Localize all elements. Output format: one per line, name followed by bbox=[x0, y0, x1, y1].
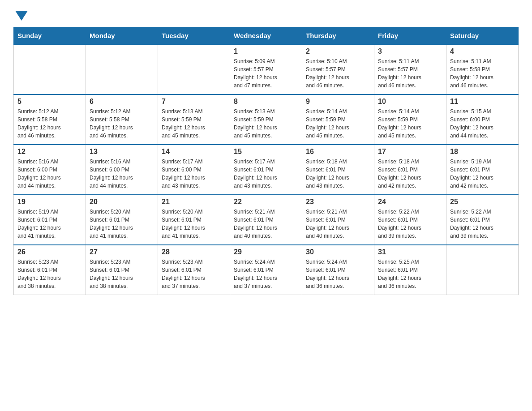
calendar-cell: 8Sunrise: 5:13 AM Sunset: 5:59 PM Daylig… bbox=[230, 94, 302, 145]
day-number: 29 bbox=[234, 248, 298, 256]
day-info: Sunrise: 5:20 AM Sunset: 6:01 PM Dayligh… bbox=[90, 208, 154, 240]
day-number: 15 bbox=[234, 148, 298, 156]
day-number: 25 bbox=[450, 198, 515, 206]
calendar-cell: 1Sunrise: 5:09 AM Sunset: 5:57 PM Daylig… bbox=[230, 44, 302, 94]
day-number: 18 bbox=[450, 148, 515, 156]
header-row: SundayMondayTuesdayWednesdayThursdayFrid… bbox=[14, 27, 519, 45]
calendar-cell bbox=[86, 44, 158, 94]
day-info: Sunrise: 5:09 AM Sunset: 5:57 PM Dayligh… bbox=[234, 57, 298, 90]
calendar-cell: 21Sunrise: 5:20 AM Sunset: 6:01 PM Dayli… bbox=[158, 195, 230, 245]
day-info: Sunrise: 5:16 AM Sunset: 6:00 PM Dayligh… bbox=[90, 158, 154, 190]
calendar-cell: 12Sunrise: 5:16 AM Sunset: 6:00 PM Dayli… bbox=[14, 145, 86, 195]
calendar-cell: 28Sunrise: 5:23 AM Sunset: 6:01 PM Dayli… bbox=[158, 245, 230, 295]
day-number: 19 bbox=[17, 198, 82, 206]
calendar-cell: 16Sunrise: 5:18 AM Sunset: 6:01 PM Dayli… bbox=[302, 145, 374, 195]
day-info: Sunrise: 5:17 AM Sunset: 6:00 PM Dayligh… bbox=[162, 158, 226, 190]
calendar-cell: 9Sunrise: 5:14 AM Sunset: 5:59 PM Daylig… bbox=[302, 94, 374, 145]
day-info: Sunrise: 5:19 AM Sunset: 6:01 PM Dayligh… bbox=[17, 208, 82, 240]
day-number: 2 bbox=[306, 47, 370, 56]
calendar-table: SundayMondayTuesdayWednesdayThursdayFrid… bbox=[13, 27, 519, 295]
day-number: 6 bbox=[90, 98, 154, 106]
day-of-week-header: Sunday bbox=[14, 27, 86, 45]
day-info: Sunrise: 5:23 AM Sunset: 6:01 PM Dayligh… bbox=[162, 258, 226, 290]
day-of-week-header: Friday bbox=[374, 27, 446, 45]
logo-triangle-icon bbox=[15, 11, 28, 21]
day-info: Sunrise: 5:21 AM Sunset: 6:01 PM Dayligh… bbox=[306, 208, 370, 240]
calendar-cell: 27Sunrise: 5:23 AM Sunset: 6:01 PM Dayli… bbox=[86, 245, 158, 295]
calendar-cell: 7Sunrise: 5:13 AM Sunset: 5:59 PM Daylig… bbox=[158, 94, 230, 145]
day-number: 12 bbox=[17, 148, 82, 156]
day-info: Sunrise: 5:24 AM Sunset: 6:01 PM Dayligh… bbox=[306, 258, 370, 290]
calendar-cell: 26Sunrise: 5:23 AM Sunset: 6:01 PM Dayli… bbox=[14, 245, 86, 295]
day-of-week-header: Saturday bbox=[446, 27, 519, 45]
calendar-cell: 18Sunrise: 5:19 AM Sunset: 6:01 PM Dayli… bbox=[446, 145, 519, 195]
calendar-cell: 10Sunrise: 5:14 AM Sunset: 5:59 PM Dayli… bbox=[374, 94, 446, 145]
calendar-cell: 4Sunrise: 5:11 AM Sunset: 5:58 PM Daylig… bbox=[446, 44, 519, 94]
day-info: Sunrise: 5:16 AM Sunset: 6:00 PM Dayligh… bbox=[17, 158, 82, 190]
day-info: Sunrise: 5:14 AM Sunset: 5:59 PM Dayligh… bbox=[306, 107, 370, 140]
day-info: Sunrise: 5:19 AM Sunset: 6:01 PM Dayligh… bbox=[450, 158, 515, 190]
day-of-week-header: Thursday bbox=[302, 27, 374, 45]
day-info: Sunrise: 5:20 AM Sunset: 6:01 PM Dayligh… bbox=[162, 208, 226, 240]
day-of-week-header: Tuesday bbox=[158, 27, 230, 45]
calendar-cell: 25Sunrise: 5:22 AM Sunset: 6:01 PM Dayli… bbox=[446, 195, 519, 245]
day-info: Sunrise: 5:23 AM Sunset: 6:01 PM Dayligh… bbox=[17, 258, 82, 290]
day-info: Sunrise: 5:21 AM Sunset: 6:01 PM Dayligh… bbox=[234, 208, 298, 240]
day-info: Sunrise: 5:11 AM Sunset: 5:58 PM Dayligh… bbox=[450, 57, 515, 90]
calendar-cell: 14Sunrise: 5:17 AM Sunset: 6:00 PM Dayli… bbox=[158, 145, 230, 195]
day-number: 11 bbox=[450, 98, 515, 106]
calendar-cell bbox=[446, 245, 519, 295]
logo bbox=[13, 9, 28, 19]
day-info: Sunrise: 5:23 AM Sunset: 6:01 PM Dayligh… bbox=[90, 258, 154, 290]
day-number: 23 bbox=[306, 198, 370, 206]
calendar-cell: 15Sunrise: 5:17 AM Sunset: 6:01 PM Dayli… bbox=[230, 145, 302, 195]
calendar-cell: 24Sunrise: 5:22 AM Sunset: 6:01 PM Dayli… bbox=[374, 195, 446, 245]
calendar-cell: 19Sunrise: 5:19 AM Sunset: 6:01 PM Dayli… bbox=[14, 195, 86, 245]
day-number: 21 bbox=[162, 198, 226, 206]
day-number: 10 bbox=[378, 98, 442, 106]
calendar-cell: 17Sunrise: 5:18 AM Sunset: 6:01 PM Dayli… bbox=[374, 145, 446, 195]
week-row: 5Sunrise: 5:12 AM Sunset: 5:58 PM Daylig… bbox=[14, 94, 519, 145]
day-number: 20 bbox=[90, 198, 154, 206]
day-info: Sunrise: 5:14 AM Sunset: 5:59 PM Dayligh… bbox=[378, 107, 442, 140]
calendar-cell: 5Sunrise: 5:12 AM Sunset: 5:58 PM Daylig… bbox=[14, 94, 86, 145]
week-row: 26Sunrise: 5:23 AM Sunset: 6:01 PM Dayli… bbox=[14, 245, 519, 295]
day-info: Sunrise: 5:13 AM Sunset: 5:59 PM Dayligh… bbox=[234, 107, 298, 140]
calendar-cell bbox=[14, 44, 86, 94]
day-info: Sunrise: 5:15 AM Sunset: 6:00 PM Dayligh… bbox=[450, 107, 515, 140]
day-number: 3 bbox=[378, 47, 442, 56]
day-number: 7 bbox=[162, 98, 226, 106]
day-number: 22 bbox=[234, 198, 298, 206]
day-info: Sunrise: 5:11 AM Sunset: 5:57 PM Dayligh… bbox=[378, 57, 442, 90]
day-number: 30 bbox=[306, 248, 370, 256]
page-header bbox=[13, 9, 519, 19]
calendar-cell: 31Sunrise: 5:25 AM Sunset: 6:01 PM Dayli… bbox=[374, 245, 446, 295]
day-number: 9 bbox=[306, 98, 370, 106]
day-number: 5 bbox=[17, 98, 82, 106]
day-info: Sunrise: 5:12 AM Sunset: 5:58 PM Dayligh… bbox=[17, 107, 82, 140]
day-of-week-header: Monday bbox=[86, 27, 158, 45]
calendar-cell: 2Sunrise: 5:10 AM Sunset: 5:57 PM Daylig… bbox=[302, 44, 374, 94]
calendar-cell: 6Sunrise: 5:12 AM Sunset: 5:58 PM Daylig… bbox=[86, 94, 158, 145]
day-number: 31 bbox=[378, 248, 442, 256]
calendar-cell bbox=[158, 44, 230, 94]
day-info: Sunrise: 5:22 AM Sunset: 6:01 PM Dayligh… bbox=[450, 208, 515, 240]
week-row: 19Sunrise: 5:19 AM Sunset: 6:01 PM Dayli… bbox=[14, 195, 519, 245]
calendar-cell: 30Sunrise: 5:24 AM Sunset: 6:01 PM Dayli… bbox=[302, 245, 374, 295]
day-number: 24 bbox=[378, 198, 442, 206]
day-number: 28 bbox=[162, 248, 226, 256]
day-number: 26 bbox=[17, 248, 82, 256]
day-info: Sunrise: 5:25 AM Sunset: 6:01 PM Dayligh… bbox=[378, 258, 442, 290]
calendar-cell: 22Sunrise: 5:21 AM Sunset: 6:01 PM Dayli… bbox=[230, 195, 302, 245]
day-info: Sunrise: 5:17 AM Sunset: 6:01 PM Dayligh… bbox=[234, 158, 298, 190]
day-info: Sunrise: 5:10 AM Sunset: 5:57 PM Dayligh… bbox=[306, 57, 370, 90]
calendar-cell: 23Sunrise: 5:21 AM Sunset: 6:01 PM Dayli… bbox=[302, 195, 374, 245]
day-number: 8 bbox=[234, 98, 298, 106]
day-info: Sunrise: 5:13 AM Sunset: 5:59 PM Dayligh… bbox=[162, 107, 226, 140]
week-row: 12Sunrise: 5:16 AM Sunset: 6:00 PM Dayli… bbox=[14, 145, 519, 195]
day-info: Sunrise: 5:18 AM Sunset: 6:01 PM Dayligh… bbox=[306, 158, 370, 190]
day-info: Sunrise: 5:24 AM Sunset: 6:01 PM Dayligh… bbox=[234, 258, 298, 290]
day-number: 4 bbox=[450, 47, 515, 56]
day-info: Sunrise: 5:12 AM Sunset: 5:58 PM Dayligh… bbox=[90, 107, 154, 140]
day-number: 27 bbox=[90, 248, 154, 256]
